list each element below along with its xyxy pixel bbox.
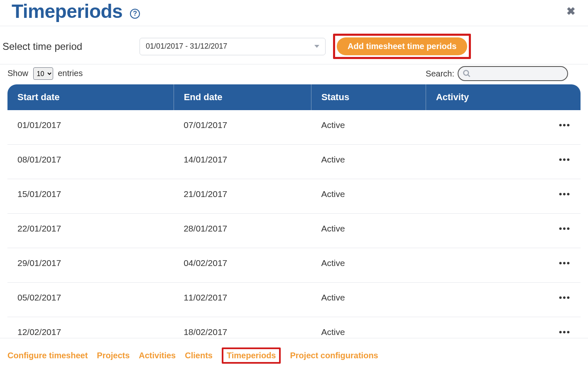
cell-start-date: 22/01/2017	[7, 214, 174, 248]
table-row: 29/01/201704/02/2017Active•••	[7, 248, 581, 283]
time-period-label: Select time period	[2, 41, 82, 52]
footer-nav: Configure timesheetProjectsActivitiesCli…	[0, 338, 588, 372]
page-header: Timeperiods ? ✖	[0, 0, 588, 22]
cell-end-date: 04/02/2017	[174, 248, 311, 283]
help-icon[interactable]: ?	[130, 9, 140, 19]
chevron-down-icon	[314, 45, 319, 48]
cell-start-date: 15/01/2017	[7, 179, 174, 214]
show-label: Show	[7, 69, 28, 78]
footer-link-activities[interactable]: Activities	[139, 351, 176, 360]
table-row: 05/02/201711/02/2017Active•••	[7, 283, 581, 317]
cell-status: Active	[311, 145, 426, 179]
search-label: Search:	[426, 69, 454, 79]
add-timesheet-periods-button[interactable]: Add timesheet time periods	[337, 37, 467, 55]
time-period-select[interactable]: 01/01/2017 - 31/12/2017	[140, 38, 326, 55]
search-input[interactable]	[473, 70, 563, 77]
table-row: 01/01/201707/01/2017Active•••	[7, 110, 581, 145]
col-end-date[interactable]: End date	[174, 84, 311, 110]
footer-link-project-configurations[interactable]: Project configurations	[290, 351, 378, 360]
entries-label: entries	[58, 69, 83, 78]
col-status[interactable]: Status	[311, 84, 426, 110]
row-actions-button[interactable]: •••	[426, 248, 581, 283]
table-row: 08/01/201714/01/2017Active•••	[7, 145, 581, 179]
timeperiods-table: Start date End date Status Activity 01/0…	[7, 84, 581, 342]
time-period-value: 01/01/2017 - 31/12/2017	[146, 42, 227, 51]
table-header-row: Start date End date Status Activity	[7, 84, 581, 110]
cell-status: Active	[311, 110, 426, 145]
cell-status: Active	[311, 283, 426, 317]
col-activity[interactable]: Activity	[426, 84, 581, 110]
table-row: 15/01/201721/01/2017Active•••	[7, 179, 581, 214]
cell-status: Active	[311, 214, 426, 248]
col-start-date[interactable]: Start date	[7, 84, 174, 110]
cell-end-date: 14/01/2017	[174, 145, 311, 179]
footer-link-projects[interactable]: Projects	[97, 351, 130, 360]
cell-start-date: 08/01/2017	[7, 145, 174, 179]
svg-point-0	[464, 71, 469, 76]
cell-end-date: 21/01/2017	[174, 179, 311, 214]
cell-status: Active	[311, 179, 426, 214]
footer-link-timeperiods[interactable]: Timeperiods	[222, 347, 281, 364]
table-controls: Show 10 entries Search:	[0, 64, 588, 84]
entries-control: Show 10 entries	[7, 67, 83, 80]
add-button-highlight: Add timesheet time periods	[333, 34, 471, 59]
search-control: Search:	[426, 66, 568, 81]
cell-end-date: 28/01/2017	[174, 214, 311, 248]
search-box[interactable]	[458, 66, 568, 81]
page-title: Timeperiods	[12, 0, 122, 22]
row-actions-button[interactable]: •••	[426, 179, 581, 214]
timeperiods-table-wrap: Start date End date Status Activity 01/0…	[0, 84, 588, 342]
controls-row: Select time period 01/01/2017 - 31/12/20…	[0, 26, 588, 64]
table-row: 22/01/201728/01/2017Active•••	[7, 214, 581, 248]
cell-start-date: 29/01/2017	[7, 248, 174, 283]
cell-start-date: 01/01/2017	[7, 110, 174, 145]
row-actions-button[interactable]: •••	[426, 214, 581, 248]
close-icon[interactable]: ✖	[566, 5, 576, 18]
row-actions-button[interactable]: •••	[426, 145, 581, 179]
footer-link-clients[interactable]: Clients	[185, 351, 213, 360]
cell-end-date: 07/01/2017	[174, 110, 311, 145]
search-icon	[463, 69, 471, 78]
cell-start-date: 05/02/2017	[7, 283, 174, 317]
row-actions-button[interactable]: •••	[426, 110, 581, 145]
cell-status: Active	[311, 248, 426, 283]
row-actions-button[interactable]: •••	[426, 283, 581, 317]
entries-select[interactable]: 10	[33, 67, 53, 80]
footer-link-configure-timesheet[interactable]: Configure timesheet	[7, 351, 88, 360]
svg-line-1	[468, 75, 470, 77]
cell-end-date: 11/02/2017	[174, 283, 311, 317]
